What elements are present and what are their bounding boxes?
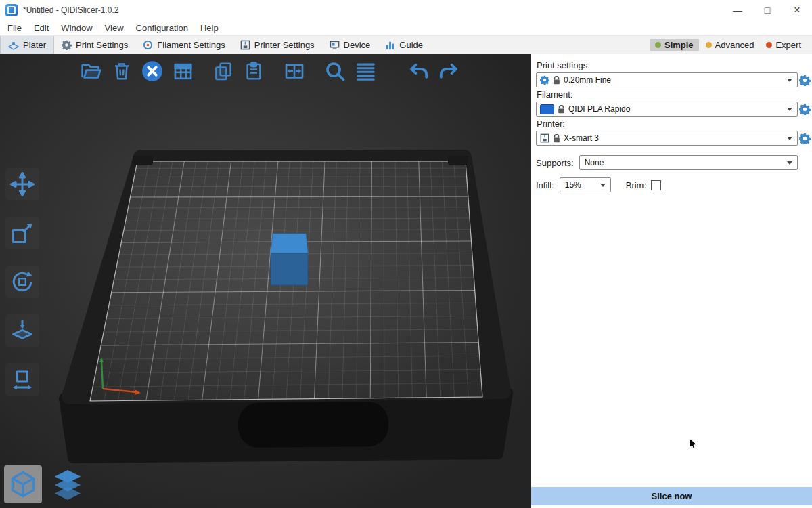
open-button[interactable]: [78, 58, 104, 84]
bed-clip-right: [448, 156, 468, 165]
slice-now-button[interactable]: Slice now: [531, 487, 812, 505]
filament-select[interactable]: QIDI PLA Rapido: [536, 102, 798, 117]
lock-icon: [553, 134, 560, 143]
settings-sidebar: Print settings: 0.20mm Fine Filament: QI…: [531, 54, 812, 508]
mode-selector: Simple Advanced Expert: [650, 36, 812, 54]
place-on-face-button[interactable]: [5, 314, 39, 347]
delete-all-button[interactable]: [139, 58, 165, 84]
3d-scene: [0, 54, 531, 508]
infill-value: 15%: [564, 180, 597, 190]
move-button[interactable]: [5, 168, 39, 200]
mode-simple[interactable]: Simple: [650, 39, 699, 51]
dropdown-arrow-icon: [787, 137, 792, 140]
advanced-dot-icon: [706, 42, 712, 48]
mouse-cursor-icon: [689, 438, 698, 451]
printer-icon: [240, 40, 250, 50]
printer-small-icon: [540, 133, 549, 143]
window-title: *Untitled - QIDISlicer-1.0.2: [23, 5, 118, 15]
preview-view-button[interactable]: [49, 465, 87, 503]
filament-color-swatch: [540, 104, 554, 114]
search-button[interactable]: [322, 58, 348, 84]
3d-viewport[interactable]: [0, 54, 531, 508]
menu-bar: File Edit Window View Configuration Help: [0, 20, 812, 35]
filament-label: Filament:: [537, 89, 812, 100]
simple-dot-icon: [655, 42, 661, 48]
dropdown-arrow-icon: [787, 108, 792, 111]
supports-select[interactable]: None: [579, 155, 798, 170]
dropdown-arrow-icon: [600, 184, 606, 187]
filament-gear-button[interactable]: [799, 104, 811, 115]
print-settings-label: Print settings:: [537, 60, 812, 70]
supports-value: None: [583, 158, 784, 167]
copy-button[interactable]: [210, 58, 236, 84]
infill-label: Infill:: [536, 180, 554, 190]
menu-file[interactable]: File: [1, 22, 28, 35]
gizmo-toolbar: [5, 168, 39, 396]
bed-handle: [238, 402, 389, 448]
tab-printer-settings[interactable]: Printer Settings: [233, 36, 322, 54]
paste-button[interactable]: [241, 58, 267, 84]
menu-help[interactable]: Help: [194, 22, 225, 35]
tab-filament-settings[interactable]: Filament Settings: [135, 36, 232, 54]
filament-icon: [143, 40, 153, 50]
printer-value: X-smart 3: [564, 133, 784, 143]
delete-button[interactable]: [109, 58, 135, 84]
tab-plater[interactable]: Plater: [0, 36, 54, 54]
tab-device[interactable]: Device: [322, 36, 378, 54]
mode-expert[interactable]: Expert: [761, 39, 807, 51]
brim-label: Brim:: [626, 180, 646, 190]
mode-advanced[interactable]: Advanced: [700, 39, 760, 51]
tab-guide[interactable]: Guide: [378, 36, 430, 54]
menu-edit[interactable]: Edit: [28, 22, 55, 35]
print-settings-value: 0.20mm Fine: [564, 75, 784, 85]
printer-label: Printer:: [537, 119, 812, 129]
supports-label: Supports:: [536, 158, 574, 168]
tab-print-settings[interactable]: Print Settings: [54, 36, 135, 54]
device-icon: [330, 40, 340, 50]
layer-height-button[interactable]: [353, 58, 378, 84]
bed-clip-left: [133, 156, 153, 165]
infill-select[interactable]: 15%: [560, 177, 611, 192]
model-cube[interactable]: [271, 234, 308, 285]
minimize-button[interactable]: —: [723, 0, 752, 20]
print-settings-gear-button[interactable]: [799, 75, 811, 86]
app-logo-icon: [5, 4, 18, 16]
dropdown-arrow-icon: [787, 79, 792, 82]
menu-view[interactable]: View: [99, 22, 130, 35]
editor-view-button[interactable]: [4, 465, 42, 503]
printer-gear-button[interactable]: [799, 133, 811, 144]
printer-select[interactable]: X-smart 3: [536, 131, 798, 146]
scale-button[interactable]: [5, 217, 39, 249]
lock-icon: [558, 105, 565, 114]
title-bar: *Untitled - QIDISlicer-1.0.2 — □ ×: [0, 0, 812, 20]
view-toolbar: [4, 465, 87, 503]
print-settings-select[interactable]: 0.20mm Fine: [536, 72, 798, 87]
mirror-button[interactable]: [5, 363, 39, 396]
plater-toolbar: [78, 58, 461, 84]
arrange-button[interactable]: [170, 58, 196, 84]
dropdown-arrow-icon: [787, 161, 792, 165]
tab-bar: Plater Print Settings Filament Settings …: [0, 35, 812, 54]
gear-icon: [62, 40, 72, 50]
menu-window[interactable]: Window: [55, 22, 98, 35]
undo-button[interactable]: [405, 58, 431, 84]
guide-icon: [385, 40, 395, 50]
split-button[interactable]: [281, 58, 307, 84]
plater-icon: [8, 39, 19, 50]
close-button[interactable]: ×: [782, 0, 812, 20]
gear-small-icon: [540, 75, 549, 85]
menu-configuration[interactable]: Configuration: [130, 22, 194, 35]
rotate-button[interactable]: [5, 266, 39, 298]
lock-icon: [553, 76, 560, 85]
brim-checkbox[interactable]: [651, 180, 661, 190]
expert-dot-icon: [766, 42, 772, 48]
filament-value: QIDI PLA Rapido: [568, 104, 784, 114]
maximize-button[interactable]: □: [752, 0, 782, 20]
redo-button[interactable]: [436, 58, 461, 84]
